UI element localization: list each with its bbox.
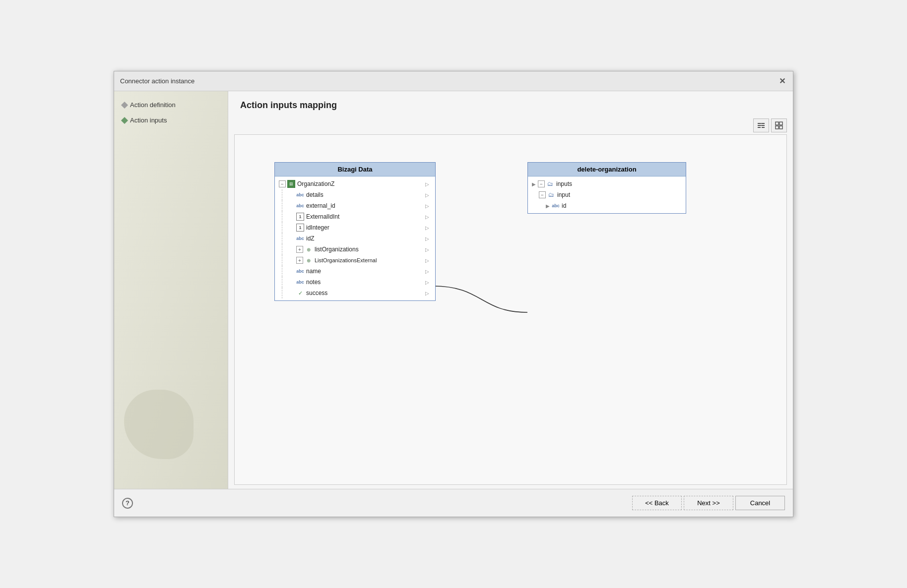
row-label: ExternalIdInt: [306, 213, 425, 220]
left-data-table: Bizagi Data − ⊞ OrganizationZ ▷: [274, 162, 436, 301]
row-arrow-icon: ▷: [425, 280, 431, 285]
abc-icon: abc: [296, 278, 304, 286]
row-arrow-icon: ▷: [425, 192, 431, 198]
page-title: Action inputs mapping: [240, 100, 781, 111]
int-icon: 1: [296, 213, 304, 221]
titlebar: Connector action instance ✕: [114, 71, 793, 91]
row-label: inputs: [556, 180, 682, 187]
table-row: ▶ − 🗂 inputs: [528, 178, 686, 189]
back-button[interactable]: << Back: [632, 496, 682, 510]
row-label: input: [557, 191, 682, 198]
row-label: ListOrganizationsExternal: [315, 257, 425, 263]
folder-icon: 🗂: [547, 191, 555, 199]
table-row: 1 ExternalIdInt ▷: [282, 211, 435, 222]
abc-icon: abc: [296, 202, 304, 210]
row-arrow-icon: ▷: [425, 269, 431, 274]
abc-icon: abc: [296, 267, 304, 275]
sidebar: Action definition Action inputs: [114, 91, 228, 489]
expand-icon[interactable]: −: [539, 191, 546, 198]
main-panel: Action inputs mapping: [228, 91, 793, 489]
list-icon: ⊕: [305, 245, 313, 253]
sidebar-item-action-definition[interactable]: Action definition: [122, 101, 220, 109]
diamond-icon: [121, 101, 128, 108]
table-row: − ⊞ OrganizationZ ▷: [275, 178, 435, 189]
sidebar-decoration: [124, 390, 194, 459]
table-row: abc notes ▷: [282, 277, 435, 288]
table-row: + ⊕ ListOrganizationsExternal ▷: [282, 255, 435, 266]
row-label: idInteger: [306, 224, 425, 231]
mapping-canvas: Bizagi Data − ⊞ OrganizationZ ▷: [234, 134, 787, 485]
abc-icon: abc: [296, 191, 304, 199]
expand-icon[interactable]: −: [538, 180, 545, 187]
right-table-header: delete-organization: [528, 163, 686, 176]
mapping-icon: [757, 121, 766, 130]
row-arrow-icon: ▷: [425, 291, 431, 296]
next-button[interactable]: Next >>: [684, 496, 733, 510]
connector-line: [433, 286, 527, 312]
row-arrow-icon: ▷: [425, 225, 431, 231]
right-table-rows: ▶ − 🗂 inputs − 🗂 input: [528, 176, 686, 213]
table-row: + ⊕ listOrganizations ▷: [282, 244, 435, 255]
row-label: name: [306, 268, 425, 275]
mapping-toolbar: [228, 117, 793, 134]
svg-rect-10: [776, 126, 778, 129]
expand-icon[interactable]: +: [296, 246, 303, 253]
table-row: − 🗂 input: [528, 189, 686, 200]
svg-rect-1: [758, 125, 761, 126]
table-row: ✓ success ▷: [282, 288, 435, 298]
abc-icon: abc: [296, 235, 304, 242]
left-arrow-icon: ▶: [532, 181, 536, 187]
row-arrow-icon: ▷: [425, 214, 431, 220]
row-arrow-icon: ▷: [425, 258, 431, 263]
svg-rect-9: [779, 122, 782, 125]
table-row: abc idZ ▷: [282, 233, 435, 244]
list-icon: ⊕: [305, 256, 313, 264]
left-table-header: Bizagi Data: [275, 163, 435, 176]
cancel-button[interactable]: Cancel: [735, 496, 785, 510]
table-icon: ⊞: [287, 180, 295, 188]
row-arrow-icon: ▷: [425, 247, 431, 252]
expand-icon[interactable]: −: [279, 180, 286, 187]
expand-icon[interactable]: +: [296, 257, 303, 264]
row-label: listOrganizations: [315, 246, 425, 253]
svg-rect-3: [762, 123, 765, 124]
footer: ? << Back Next >> Cancel: [114, 489, 793, 517]
abc-icon: abc: [552, 202, 560, 210]
row-arrow-icon: ▷: [425, 236, 431, 241]
grid-icon: [775, 121, 783, 130]
check-icon: ✓: [296, 289, 304, 297]
toolbar-btn-grid[interactable]: [771, 118, 787, 132]
row-label: OrganizationZ: [297, 180, 425, 187]
row-label: id: [562, 202, 682, 209]
svg-rect-2: [758, 127, 761, 128]
row-arrow-icon: ▷: [425, 203, 431, 209]
table-row: abc details ▷: [282, 189, 435, 200]
close-button[interactable]: ✕: [777, 76, 787, 86]
help-button[interactable]: ?: [122, 498, 133, 509]
table-row: abc name ▷: [282, 266, 435, 277]
table-row: ▶ abc id: [528, 200, 686, 211]
left-arrow-icon: ▶: [546, 203, 550, 209]
main-header: Action inputs mapping: [228, 91, 793, 117]
footer-buttons: << Back Next >> Cancel: [632, 496, 785, 510]
row-arrow-icon: ▷: [425, 181, 431, 187]
row-label: notes: [306, 279, 425, 286]
right-data-table: delete-organization ▶ − 🗂 inputs: [527, 162, 686, 214]
svg-rect-0: [758, 123, 761, 124]
canvas-inner: Bizagi Data − ⊞ OrganizationZ ▷: [235, 135, 786, 484]
table-row: abc external_id ▷: [282, 200, 435, 211]
sidebar-item-label: Action definition: [130, 101, 176, 109]
sidebar-item-action-inputs[interactable]: Action inputs: [122, 117, 220, 124]
left-table-rows: − ⊞ OrganizationZ ▷ abc details ▷: [275, 176, 435, 300]
svg-rect-5: [762, 127, 765, 128]
dialog: Connector action instance ✕ Action defin…: [114, 71, 793, 517]
table-row: 1 idInteger ▷: [282, 222, 435, 233]
folder-icon: 🗂: [546, 180, 554, 188]
dialog-title: Connector action instance: [120, 77, 194, 85]
row-label: success: [306, 290, 425, 296]
row-label: external_id: [306, 202, 425, 209]
toolbar-btn-mapping[interactable]: [753, 118, 769, 132]
footer-left: ?: [122, 498, 133, 509]
int-icon: 1: [296, 224, 304, 232]
row-label: details: [306, 191, 425, 198]
